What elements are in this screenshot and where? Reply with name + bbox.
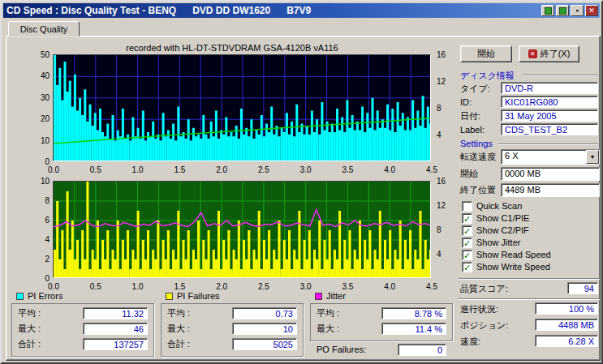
panel-divider — [459, 298, 600, 299]
pi-errors-chart-right-axis-tick: 8 — [437, 105, 454, 113]
pi-failures-chart-left-axis-tick: 2 — [28, 255, 50, 263]
stat-value-pi-failures-2: 5025 — [232, 338, 297, 350]
section-divider — [498, 143, 598, 144]
pi-failures-chart-right-axis-tick: 12 — [437, 202, 454, 210]
checkbox-label-quick-scan[interactable]: Quick Scan — [476, 201, 522, 212]
checkbox-show-jitter[interactable]: ✓ — [462, 238, 472, 248]
checkbox-label-show-c2-pif[interactable]: Show C2/PIF — [476, 225, 529, 236]
close-button[interactable]: ✕ — [585, 5, 598, 16]
exit-icon: ✕ — [528, 49, 537, 58]
pi-errors-chart-x-axis-tick: 0.5 — [84, 166, 108, 174]
speed-select[interactable]: 6 X ▼ — [501, 149, 600, 165]
recorded-with-label: recorded with HL-DT-STDVDRAM GSA-4120B v… — [11, 43, 453, 53]
legend-label-pi-failures: PI Failures — [177, 291, 220, 302]
status-value-2: 6.28 X — [535, 335, 598, 347]
pi-failures-chart-right-axis-tick: 4 — [437, 251, 454, 259]
close-icon: ✕ — [588, 7, 595, 15]
status-value-1: 4488 MB — [535, 319, 598, 331]
pi-failures-chart-x-axis-tick: 2.0 — [209, 283, 234, 291]
stat-value-po-failures: 0 — [398, 344, 446, 356]
disc-info-value-id: KIC01RG080 — [501, 96, 598, 108]
tab-disc-quality[interactable]: Disc Quality — [8, 21, 80, 36]
pi-errors-chart-x-axis-tick: 2.5 — [252, 166, 276, 174]
checkbox-label-show-jitter[interactable]: Show Jitter — [476, 238, 520, 248]
pi-failures-chart-x-axis-tick: 4.5 — [420, 283, 444, 291]
disc-info-value-item: 31 May 2005 — [501, 109, 598, 122]
pi-errors-chart-left-axis-tick: 20 — [28, 115, 50, 123]
pi-failures-chart-left-axis-tick: 4 — [28, 236, 50, 244]
stat-value-pi-failures-1: 10 — [232, 323, 297, 335]
disc-info-value-label: CDS_TEST_B2 — [501, 123, 598, 135]
pi-errors-chart-x-axis-tick: 0.0 — [41, 166, 66, 174]
titlebar-buttons: ▪ ✕ — [541, 5, 600, 16]
stat-label-pi-errors-0: 平均 : — [18, 308, 41, 319]
pi-errors-chart-x-axis-tick: 4.5 — [420, 166, 444, 174]
pi-failures-chart-right-axis-tick: 8 — [437, 226, 454, 234]
pi-failures-chart-left-axis-tick: 6 — [28, 216, 50, 225]
stat-value-pi-errors-2: 137257 — [83, 338, 148, 350]
disc-info-section-title: ディスク情報 — [460, 70, 515, 82]
minimize-icon: ▪ — [575, 7, 578, 15]
checkbox-show-read-speed[interactable]: ✓ — [462, 250, 472, 260]
checkbox-label-show-c1-pie[interactable]: Show C1/PIE — [476, 213, 529, 224]
disc-info-value-item: DVD-R — [501, 82, 598, 94]
pi-failures-chart-left-axis-tick: 8 — [28, 197, 50, 205]
legend-swatch-pi-errors — [16, 293, 24, 300]
start-position-label: 開始 — [460, 169, 478, 179]
checkbox-show-c2-pif[interactable]: ✓ — [462, 225, 472, 236]
titlebar-tool-button-2[interactable] — [556, 5, 569, 16]
window-title: CD Speed : Disc Quality Test - BENQ DVD … — [6, 5, 311, 16]
end-position-label: 終了位置 — [460, 185, 496, 195]
pi-failures-chart-x-axis-tick: 2.5 — [252, 283, 276, 291]
settings-section-title: Settings — [460, 139, 493, 148]
stat-label-jitter-0: 平均 : — [317, 308, 339, 319]
disc-info-label-item: 日付: — [460, 111, 480, 122]
pi-failures-chart-x-axis-tick: 4.0 — [377, 283, 402, 291]
chevron-down-icon[interactable]: ▼ — [586, 150, 599, 164]
titlebar-tool-button-1[interactable] — [541, 5, 554, 16]
pi-errors-chart — [53, 54, 431, 161]
disc-info-label-label: Label: — [460, 125, 485, 135]
pi-failures-chart-x-axis-tick: 1.0 — [126, 283, 150, 291]
status-label-1: ポジション: — [460, 320, 508, 331]
pi-errors-chart-x-axis-tick: 3.5 — [335, 166, 360, 174]
stat-label-pi-failures-2: 合計 : — [167, 339, 190, 349]
pi-failures-chart-x-axis-tick: 0.0 — [41, 283, 66, 291]
pi-errors-chart-x-axis-tick: 1.0 — [126, 166, 150, 174]
start-position-input[interactable]: 0000 MB — [501, 167, 600, 181]
legend-label-jitter: Jitter — [326, 291, 346, 302]
exit-button-label: 終了(X) — [541, 48, 571, 60]
speed-select-value: 6 X — [502, 150, 586, 164]
pi-errors-chart-right-axis-tick: 16 — [437, 51, 454, 59]
checkbox-show-c1-pie[interactable]: ✓ — [462, 213, 472, 224]
section-divider — [523, 75, 598, 75]
exit-button[interactable]: ✕ 終了(X) — [519, 45, 579, 62]
pi-errors-chart-left-axis-tick: 40 — [28, 72, 50, 80]
pi-failures-chart-x-axis-tick: 3.0 — [294, 283, 318, 291]
stat-value-pi-failures-0: 0.73 — [232, 307, 297, 319]
pi-errors-chart-x-axis-tick: 4.0 — [377, 166, 402, 174]
checkbox-label-show-write-speed[interactable]: Show Write Speed — [476, 262, 550, 272]
status-label-0: 進行状況: — [460, 304, 498, 315]
status-value-0: 100 % — [535, 302, 598, 315]
pi-failures-chart-right-axis-tick: 16 — [437, 178, 454, 186]
title-bar: CD Speed : Disc Quality Test - BENQ DVD … — [3, 3, 600, 18]
checkbox-label-show-read-speed[interactable]: Show Read Speed — [476, 250, 551, 260]
pi-errors-chart-x-axis-tick: 3.0 — [294, 166, 318, 174]
checkbox-show-write-speed[interactable]: ✓ — [462, 262, 472, 272]
green-tool-icon — [559, 7, 566, 15]
app-window: CD Speed : Disc Quality Test - BENQ DVD … — [0, 0, 603, 364]
pi-errors-chart-x-axis-tick: 1.5 — [167, 166, 192, 174]
pi-errors-chart-left-axis-tick: 30 — [28, 94, 50, 102]
pi-errors-chart-x-axis-tick: 2.0 — [209, 166, 234, 174]
quality-score-value: 94 — [567, 282, 598, 294]
pi-errors-chart-left-axis-tick: 10 — [28, 137, 50, 145]
start-button[interactable]: 開始 — [460, 45, 512, 62]
end-position-input[interactable]: 4489 MB — [501, 183, 600, 197]
minimize-button[interactable]: ▪ — [571, 5, 584, 16]
stat-label-pi-errors-2: 合計 : — [18, 339, 41, 349]
pi-failures-chart-x-axis-tick: 0.5 — [84, 283, 108, 291]
checkbox-quick-scan[interactable] — [462, 201, 472, 212]
pi-failures-chart-x-axis-tick: 1.5 — [167, 283, 192, 291]
stat-label-pi-failures-1: 最大 : — [167, 323, 190, 334]
